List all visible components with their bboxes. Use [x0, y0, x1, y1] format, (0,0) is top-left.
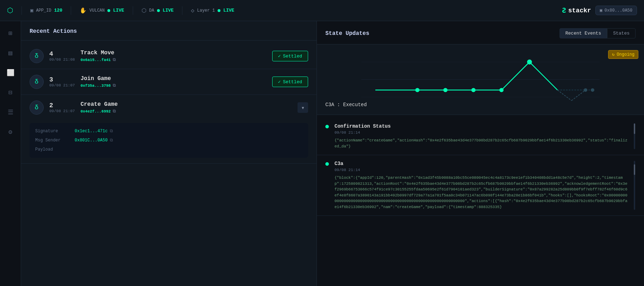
- detail-msg-sender-copy-icon[interactable]: ⧉: [110, 138, 113, 143]
- action-2-name: Create Game: [81, 101, 292, 108]
- event-confirmation-json: {"actionName":"createGame","actionHash":…: [334, 138, 628, 149]
- app-id-label: APP_ID: [36, 8, 51, 13]
- stackr-logo-text: stackr: [568, 7, 591, 14]
- sidebar-item-monitor[interactable]: ⬜: [4, 66, 17, 79]
- vulcan-status-dot: [107, 9, 110, 12]
- grid-icon: ⊞: [8, 29, 12, 37]
- right-panel-header: State Updates Recent Events States: [317, 21, 644, 44]
- action-2-number: 2: [49, 102, 75, 109]
- da-status-dot: [157, 9, 160, 12]
- ongoing-label: Ongoing: [617, 52, 634, 57]
- recent-actions-title: Recent Actions: [30, 28, 77, 35]
- action-2-chevron-button[interactable]: ▾: [298, 102, 308, 113]
- recent-actions-header: Recent Actions: [21, 21, 317, 41]
- c3a-executed-text: C3A : Executed: [325, 102, 367, 108]
- action-4-copy-icon[interactable]: ⧉: [113, 57, 116, 62]
- detail-msg-sender-label: Msg Sender: [35, 138, 70, 143]
- action-4-number-block: 4 09/08 21:08: [49, 50, 75, 62]
- event-c3a-content: C3a 09/08 21:14 {"block":{"appId":120,"p…: [334, 161, 628, 210]
- action-3-hash: 0xf35a...3798 ⧉: [81, 83, 267, 88]
- action-2-copy-icon[interactable]: ⧉: [113, 109, 116, 114]
- main-layout: ⊞ ▤ ⬜ ⊟ ☰ ⚙ Recent Actions: [0, 21, 644, 286]
- nav-layer1: ◇ Layer 1 LIVE: [191, 7, 234, 14]
- chart-area: ↻ Ongoing C3A : Executed: [317, 44, 644, 115]
- event-c3a-scrollbar[interactable]: [633, 161, 636, 210]
- event-confirmation-date: 09/08 21:14: [334, 130, 628, 135]
- action-item-3: δ 3 09/08 21:07 Join Game 0xf35a...3798 …: [21, 69, 317, 95]
- action-4-status: Settled: [283, 54, 302, 59]
- stackr-s-icon: Ƨ: [562, 6, 566, 15]
- state-events-list[interactable]: Confirmation Status 09/08 21:14 {"action…: [317, 115, 644, 286]
- detail-row-payload: Payload: [35, 147, 302, 152]
- event-item-confirmation: Confirmation Status 09/08 21:14 {"action…: [317, 118, 644, 155]
- app-id-value: 120: [54, 8, 62, 13]
- action-4-main: δ 4 09/08 21:08 Track Move 0x6a15...fa41…: [30, 49, 308, 63]
- sidebar-item-grid[interactable]: ⊞: [4, 27, 17, 39]
- nav-divider-4: [182, 6, 182, 15]
- event-item-c3a: C3a 09/08 21:14 {"block":{"appId":120,"p…: [317, 155, 644, 216]
- event-confirmation-scrollbar[interactable]: [633, 123, 636, 149]
- content-area: Recent Actions δ 4 09/08 21:08 Track Mov…: [21, 21, 644, 286]
- terminal-icon: ▣: [30, 7, 33, 13]
- right-panel: State Updates Recent Events States: [317, 21, 644, 286]
- detail-signature-label: Signature: [35, 129, 70, 134]
- sidebar-item-chart[interactable]: ⊟: [4, 86, 17, 99]
- action-3-name: Join Game: [81, 75, 267, 82]
- detail-signature-copy-icon[interactable]: ⧉: [110, 129, 113, 134]
- topnav-left: ⬡ ▣ APP_ID 120 ✋ VULCAN LIVE ⬡ DA LIVE ◇: [7, 6, 562, 15]
- topnav: ⬡ ▣ APP_ID 120 ✋ VULCAN LIVE ⬡ DA LIVE ◇: [0, 0, 644, 21]
- tab-states[interactable]: States: [607, 28, 636, 38]
- action-3-main: δ 3 09/08 21:07 Join Game 0xf35a...3798 …: [30, 75, 308, 89]
- action-4-date: 09/08 21:08: [49, 57, 75, 62]
- topnav-right: Ƨ stackr ▣ 0x80...0A50: [562, 6, 637, 15]
- action-3-settled-badge: ✓ Settled: [272, 77, 308, 87]
- sidebar-item-settings[interactable]: ⚙: [4, 126, 17, 138]
- stackr-logo: Ƨ stackr: [562, 6, 591, 15]
- action-3-number: 3: [49, 76, 75, 83]
- action-2-date: 09/08 21:07: [49, 109, 75, 113]
- svg-point-18: [591, 88, 594, 92]
- wallet-badge[interactable]: ▣ 0x80...0A50: [595, 6, 637, 15]
- layer1-status: LIVE: [223, 8, 234, 13]
- vulcan-icon: ✋: [80, 7, 87, 14]
- nav-divider-2: [71, 6, 71, 15]
- sidebar-item-dashboard[interactable]: ▤: [4, 47, 17, 59]
- detail-row-signature: Signature 0x1ec1...471c ⧉: [35, 129, 302, 134]
- event-c3a-dot: [325, 162, 329, 166]
- c3a-scrollbar-thumb: [634, 164, 635, 175]
- state-updates-title: State Updates: [325, 30, 369, 37]
- nav-vulcan: ✋ VULCAN LIVE: [80, 7, 124, 14]
- vulcan-status: LIVE: [113, 8, 124, 13]
- c3a-scrollbar-track: [634, 161, 635, 210]
- action-3-number-block: 3 09/08 21:07: [49, 76, 75, 87]
- tab-recent-events[interactable]: Recent Events: [559, 28, 607, 38]
- nav-divider-3: [133, 6, 133, 15]
- document-icon: ☰: [8, 108, 13, 116]
- sidebar-item-document[interactable]: ☰: [4, 106, 17, 118]
- action-2-hash: 0x4e2f...6992 ⧉: [81, 109, 292, 114]
- c3a-label: C3A : Executed: [325, 102, 367, 108]
- settings-icon: ⚙: [8, 128, 12, 136]
- event-c3a-date: 09/08 21:14: [334, 168, 628, 172]
- nav-da: ⬡ DA LIVE: [142, 7, 174, 14]
- nav-app-id: ▣ APP_ID 120: [30, 7, 62, 13]
- detail-msg-sender-value: 0x801C...0A50 ⧉: [75, 138, 113, 143]
- svg-line-11: [501, 62, 530, 90]
- app-logo-nav: ⬡: [7, 6, 13, 15]
- detail-payload-label: Payload: [35, 147, 70, 152]
- layer1-label: Layer 1: [197, 8, 215, 13]
- monitor-icon: ⬜: [7, 69, 14, 77]
- action-4-name-block: Track Move 0x6a15...fa41 ⧉: [81, 50, 267, 62]
- confirmation-scrollbar-track: [634, 123, 635, 149]
- event-c3a-title: C3a: [334, 161, 628, 166]
- action-3-date: 09/08 21:07: [49, 83, 75, 87]
- app-logo-icon: ⬡: [7, 6, 13, 15]
- action-item-2: δ 2 09/08 21:07 Create Game 0x4e2f...699…: [21, 95, 317, 164]
- action-item-4: δ 4 09/08 21:08 Track Move 0x6a15...fa41…: [21, 43, 317, 69]
- tab-group: Recent Events States: [559, 28, 636, 38]
- layer1-icon: ◇: [191, 7, 194, 14]
- da-label: DA: [149, 8, 154, 13]
- actions-list[interactable]: δ 4 09/08 21:08 Track Move 0x6a15...fa41…: [21, 41, 317, 286]
- action-3-copy-icon[interactable]: ⧉: [113, 83, 116, 88]
- event-c3a-json: {"block":{"appId":120,"parentHash":"0x1a…: [334, 175, 628, 210]
